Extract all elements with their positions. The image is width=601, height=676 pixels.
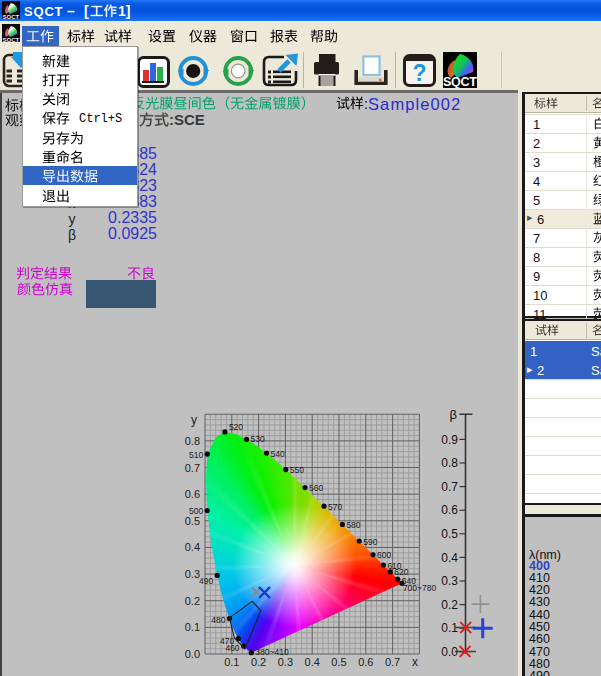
svg-text:0.9: 0.9 <box>441 433 458 447</box>
svg-text:500: 500 <box>189 506 203 516</box>
svg-text:560: 560 <box>309 483 323 493</box>
svg-text:490: 490 <box>199 576 213 586</box>
svg-text:550: 550 <box>290 465 304 475</box>
svg-text:0.3: 0.3 <box>441 574 458 588</box>
svg-text:590: 590 <box>363 537 377 547</box>
svg-text:0.5: 0.5 <box>441 527 458 541</box>
svg-text:460: 460 <box>225 643 239 653</box>
svg-text:540: 540 <box>271 449 285 459</box>
svg-text:0.2: 0.2 <box>441 598 458 612</box>
svg-text:480: 480 <box>211 615 225 625</box>
svg-text:510: 510 <box>189 450 203 460</box>
svg-text:600: 600 <box>377 550 391 560</box>
svg-text:0.7: 0.7 <box>441 480 458 494</box>
svg-text:570: 570 <box>328 502 342 512</box>
svg-text:0.1: 0.1 <box>441 621 458 635</box>
svg-text:520: 520 <box>229 422 243 432</box>
svg-text:0.4: 0.4 <box>441 551 458 565</box>
svg-text:380~410: 380~410 <box>255 647 289 657</box>
svg-text:530: 530 <box>251 434 265 444</box>
svg-text:0.6: 0.6 <box>441 503 458 517</box>
svg-text:0.8: 0.8 <box>441 456 458 470</box>
svg-text:580: 580 <box>346 520 360 530</box>
svg-text:700~780: 700~780 <box>403 583 437 593</box>
svg-text:β: β <box>450 407 457 422</box>
